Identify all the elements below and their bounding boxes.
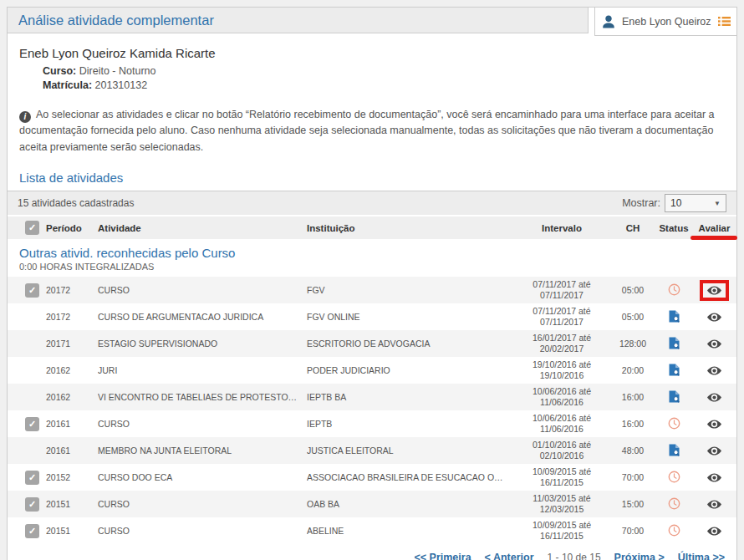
cell-instituicao: PODER JUDICIARIO (307, 365, 512, 375)
mostrar-label: Mostrar: (622, 197, 660, 209)
cell-atividade: VI ENCONTRO DE TABELIAES DE PROTESTOS DE… (98, 392, 307, 402)
table-row: ✓ 20172 CURSO DE ARGUMENTACAO JURIDICA F… (8, 303, 736, 330)
cell-periodo: 20152 (46, 472, 98, 482)
cell-status (654, 364, 694, 378)
eye-icon[interactable] (703, 415, 726, 433)
document-review-icon (669, 337, 680, 349)
table-row: ✓ 20171 ESTAGIO SUPERVISIONADO ESCRITORI… (8, 330, 736, 357)
group-title: Outras ativid. reconhecidas pelo Curso (19, 246, 725, 260)
matricula-label: Matrícula: (43, 79, 92, 91)
chevron-down-icon: ▼ (714, 200, 721, 207)
cell-intervalo: 10/06/2016 até 11/06/2016 (512, 413, 612, 435)
cell-avaliar (694, 308, 735, 326)
eye-icon[interactable] (703, 496, 726, 513)
top-bar: Análise atividade complementar Eneb Lyon… (8, 8, 736, 36)
eye-icon[interactable] (703, 469, 726, 486)
cell-instituicao: OAB BA (307, 499, 512, 509)
cell-intervalo: 01/10/2016 até 02/10/2016 (512, 440, 612, 461)
document-review-icon (669, 364, 680, 376)
cell-instituicao: JUSTICA ELEITORAL (307, 445, 512, 456)
table-row: ✓ 20162 VI ENCONTRO DE TABELIAES DE PROT… (8, 384, 736, 410)
menu-icon[interactable] (718, 16, 731, 27)
eye-icon[interactable] (703, 362, 726, 379)
pagination: << Primeira < Anterior 1 - 10 de 15 Próx… (8, 544, 736, 560)
cell-intervalo: 10/09/2015 até 16/11/2015 (512, 466, 612, 488)
pagination-info: 1 - 10 de 15 (548, 552, 601, 560)
cell-status (654, 417, 694, 431)
cell-ch: 05:00 (612, 285, 654, 295)
pagination-next[interactable]: Próxima > (614, 552, 665, 560)
cell-avaliar (694, 522, 735, 540)
cell-avaliar (694, 496, 735, 513)
cell-status (654, 310, 694, 324)
cell-instituicao: FGV ONLINE (307, 312, 512, 322)
page-size-select[interactable]: 10 ▼ (665, 194, 726, 212)
cell-intervalo: 11/03/2015 até 12/03/2015 (512, 493, 612, 515)
cell-atividade: MEMBRO NA JUNTA ELEITORAL (98, 445, 307, 456)
eye-icon[interactable] (703, 308, 726, 326)
pagination-last[interactable]: Última >> (678, 552, 725, 560)
column-ch: CH (612, 223, 654, 233)
row-checkbox[interactable]: ✓ (25, 283, 39, 298)
cell-atividade: ESTAGIO SUPERVISIONADO (98, 339, 307, 349)
eye-icon[interactable] (703, 522, 726, 540)
document-review-icon (669, 444, 680, 456)
eye-icon[interactable] (700, 280, 729, 301)
cell-periodo: 20162 (46, 365, 98, 375)
column-avaliar-label: Avaliar (699, 223, 731, 233)
cell-status (654, 524, 694, 538)
cell-status (654, 337, 694, 351)
cell-status (654, 390, 694, 405)
document-review-icon (669, 310, 680, 323)
cell-atividade: CURSO (98, 285, 307, 295)
pagination-first[interactable]: << Primeira (415, 552, 471, 560)
cell-instituicao: IEPTB BA (307, 392, 512, 402)
cell-ch: 20:00 (612, 365, 654, 375)
cell-avaliar (694, 389, 735, 406)
document-review-icon (669, 390, 680, 403)
student-info: Eneb Lyon Queiroz Kamida Ricarte Curso: … (8, 36, 736, 95)
row-checkbox[interactable]: ✓ (25, 417, 39, 431)
eye-icon[interactable] (703, 442, 726, 460)
cell-instituicao: FGV (307, 285, 512, 295)
info-note: iAo selecionar as atividades e clicar no… (8, 95, 736, 160)
column-periodo: Período (46, 223, 98, 233)
cell-periodo: 20162 (46, 392, 98, 402)
column-status: Status (654, 223, 694, 233)
cell-periodo: 20172 (46, 312, 98, 322)
cell-atividade: CURSO DE ARGUMENTACAO JURIDICA (98, 312, 307, 322)
column-intervalo: Intervalo (512, 223, 612, 233)
info-icon: i (19, 111, 31, 123)
eye-icon[interactable] (703, 389, 726, 406)
student-curso: Curso: Direito - Noturno (43, 65, 725, 77)
pagination-prev[interactable]: < Anterior (485, 552, 534, 560)
page-title: Análise atividade complementar (18, 13, 214, 28)
cell-atividade: CURSO DOO ECA (98, 472, 307, 482)
activities-count: 15 atividades cadastradas (18, 197, 134, 209)
cell-avaliar (694, 280, 735, 301)
row-checkbox[interactable]: ✓ (25, 524, 39, 538)
red-underline-annotation (690, 236, 737, 240)
title-bar: Análise atividade complementar (8, 8, 589, 33)
pending-clock-icon (668, 471, 680, 483)
curso-label: Curso: (43, 65, 76, 77)
student-matricula: Matrícula: 201310132 (43, 79, 725, 91)
cell-status (654, 471, 694, 485)
cell-avaliar (694, 469, 735, 486)
select-all-checkbox[interactable]: ✓ (25, 221, 39, 235)
cell-instituicao: ASSOCIACAO BRASILEIRA DE ESUCACAO ONLINE (307, 472, 512, 482)
row-checkbox[interactable]: ✓ (25, 471, 39, 485)
student-name: Eneb Lyon Queiroz Kamida Ricarte (19, 46, 725, 60)
activity-group-header: Outras ativid. reconhecidas pelo Curso 0… (8, 239, 736, 277)
person-icon (601, 14, 616, 29)
eye-icon[interactable] (703, 335, 726, 353)
cell-atividade: CURSO (98, 499, 307, 509)
cell-ch: 70:00 (612, 526, 654, 536)
row-checkbox[interactable]: ✓ (25, 497, 39, 512)
user-box[interactable]: Eneb Lyon Queiroz K... (594, 8, 736, 36)
cell-atividade: JURI (98, 365, 307, 375)
cell-avaliar (694, 335, 735, 353)
table-row: ✓ 20172 CURSO FGV 07/11/2017 até 07/11/2… (8, 277, 736, 303)
page-size-value: 10 (670, 197, 681, 209)
table-header: ✓ Período Atividade Instituição Interval… (8, 216, 736, 239)
